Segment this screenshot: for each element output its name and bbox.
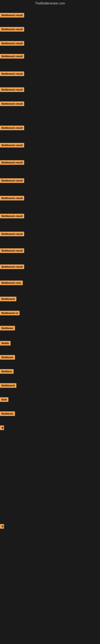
bottleneck-result-item[interactable]: Bottleneck result [0,214,24,219]
bottleneck-badge: Bottleneck resu [0,280,23,285]
bottleneck-badge: Bottleneck result [0,143,24,148]
bottleneck-result-item[interactable]: Bottleneck result [0,54,24,59]
bottleneck-result-item[interactable]: Bottleneck re [0,311,20,316]
bottleneck-result-item[interactable]: Bottleneck result [0,72,24,77]
bottleneck-result-item[interactable]: Bottlene [0,369,14,374]
bottleneck-badge: Bottleneck result [0,126,24,130]
bottleneck-badge: Bottleneck result [0,264,24,269]
bottleneck-result-item[interactable]: Bottleneck resu [0,280,23,286]
bottleneck-result-item[interactable]: Bottleneck result [0,264,24,270]
bottleneck-badge: Bottlene [0,369,14,374]
bottleneck-result-item[interactable]: Bottleneck result [0,248,24,254]
bottleneck-result-item[interactable]: Bottleneck result [0,102,24,107]
bottleneck-badge: Bottleneck re [0,311,20,315]
bottleneck-result-item[interactable]: B [0,426,4,431]
bottleneck-badge: Bottleneck result [0,178,24,183]
bottleneck-result-item[interactable]: Bottleneck result [0,13,24,18]
bottleneck-result-item[interactable]: Bottleneck result [0,27,24,32]
bottleneck-result-item[interactable]: Bottleneck result [0,196,24,201]
bottleneck-result-item[interactable]: Bottleneck result [0,143,24,148]
bottleneck-result-item[interactable]: Bottleneck [0,383,16,388]
bottleneck-badge: Bott [0,397,8,402]
bottleneck-badge: Bottleneck result [0,13,24,18]
bottleneck-badge: Bottleneck result [0,214,24,218]
bottleneck-badge: Bottlenec [0,355,15,360]
bottleneck-badge: Bottleneck result [0,248,24,253]
bottleneck-result-item[interactable]: Bottleneck result [0,87,24,93]
bottleneck-badge: Bottle [0,341,11,346]
bottleneck-badge: Bottleneck result [0,87,24,92]
bottleneck-result-item[interactable]: Bottle [0,341,11,346]
bottleneck-badge: Bottleneck [0,383,16,388]
bottleneck-badge: Bottleneck result [0,41,24,46]
bottleneck-result-item[interactable]: Bottleneck result [0,126,24,131]
bottleneck-result-item[interactable]: Bottleneck result [0,41,24,46]
site-title: TheBottlenecker.com [0,0,100,7]
bottleneck-result-item[interactable]: Bott [0,397,8,403]
bottleneck-result-item[interactable]: Bottleneck result [0,160,24,166]
bottleneck-badge: Bottleneck result [0,102,24,106]
bottleneck-badge: Bottleneck result [0,72,24,76]
bottleneck-badge: B [0,524,4,529]
bottleneck-result-item[interactable]: B [0,524,4,530]
bottleneck-badge: Bottlenec [0,326,15,330]
bottleneck-result-item[interactable]: Bottlenec [0,411,15,417]
bottleneck-result-item[interactable]: Bottleneck result [0,178,24,184]
bottleneck-badge: Bottleneck result [0,160,24,165]
bottleneck-badge: Bottleneck [0,297,16,301]
bottleneck-result-item[interactable]: Bottlenec [0,326,15,331]
bottleneck-result-item[interactable]: Bottleneck [0,297,16,302]
bottleneck-result-item[interactable]: Bottleneck result [0,232,24,237]
bottleneck-badge: Bottleneck result [0,27,24,32]
bottleneck-badge: Bottleneck result [0,196,24,200]
bottleneck-result-item[interactable]: Bottlenec [0,355,15,360]
bottleneck-badge: Bottlenec [0,411,15,416]
bottleneck-badge: Bottleneck result [0,232,24,236]
bottleneck-badge: Bottleneck result [0,54,24,58]
bottleneck-badge: B [0,426,4,430]
